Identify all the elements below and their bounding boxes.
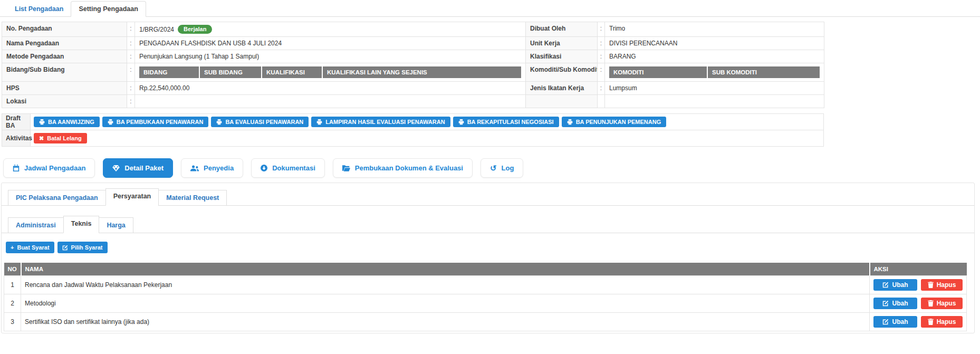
folder-open-icon	[342, 165, 350, 171]
edit-button[interactable]: Ubah	[873, 279, 917, 291]
draft-ba-button-label: BA AANWIJZING	[48, 119, 94, 125]
delete-button[interactable]: Hapus	[921, 316, 963, 328]
procurement-details-table: No. Pengadaan : 1/BRG/2024Berjalan Dibua…	[2, 22, 824, 108]
aktivitas-row: Aktivitas ✖ Batal Lelang	[2, 130, 823, 146]
dibuat-oleh-label: Dibuat Oleh	[526, 22, 598, 37]
batal-lelang-button[interactable]: ✖ Batal Lelang	[34, 133, 87, 143]
jadwal-pengadaan-button[interactable]: Jadwal Pengadaan	[3, 158, 95, 178]
dibuat-oleh-value: Trimo	[605, 22, 824, 37]
sub-tab-bar: Administrasi Teknis Harga	[2, 211, 974, 233]
hps-value: Rp.22,540,000.00	[135, 82, 526, 95]
col-header-aksi: AKSI	[870, 263, 967, 276]
no-pengadaan-label: No. Pengadaan	[2, 22, 127, 37]
draft-ba-print-button[interactable]: BA PEMBUKAAN PENAWARAN	[102, 117, 209, 127]
requirements-table-body: 1 Rencana dan Jadwal Waktu Pelaksanaan P…	[4, 276, 967, 331]
row-number: 1	[4, 276, 21, 294]
no-pengadaan-value: 1/BRG/2024	[139, 26, 174, 33]
klasifikasi-value: BARANG	[605, 50, 824, 63]
trash-icon	[928, 319, 934, 325]
draft-ba-row: Draft BA BA AANWIJZING BA PEMBUKAAN PENA…	[2, 114, 823, 130]
tab-harga[interactable]: Harga	[99, 217, 133, 233]
bidang-col-header: BIDANG	[139, 66, 199, 78]
trash-icon	[928, 282, 934, 288]
draft-ba-button-label: LAMPIRAN HASIL EVALUASI PENAWARAN	[325, 119, 445, 125]
table-row: 1 Rencana dan Jadwal Waktu Pelaksanaan P…	[4, 276, 967, 294]
edit-icon	[62, 245, 68, 251]
printer-icon	[458, 119, 464, 125]
aktivitas-label: Aktivitas	[2, 130, 31, 146]
detail-row: Metode Pengadaan : Penunjukan Langsung (…	[2, 50, 824, 63]
printer-icon	[108, 119, 113, 125]
delete-button[interactable]: Hapus	[921, 279, 963, 291]
draft-ba-label: Draft BA	[2, 114, 31, 130]
download-icon	[261, 165, 267, 171]
kualifikasi-col-header: KUALIFIKASI	[262, 66, 322, 78]
printer-icon	[316, 119, 322, 125]
bidang-header-table: BIDANG SUB BIDANG KUALIFIKASI KUALIFIKAS…	[139, 66, 521, 78]
detail-row: Bidang/Sub Bidang : BIDANG SUB BIDANG KU…	[2, 63, 824, 82]
table-row: 3 Sertifikat ISO dan sertifikat lainnya …	[4, 313, 967, 331]
lokasi-label: Lokasi	[2, 95, 127, 108]
tab-persyaratan[interactable]: Persyaratan	[105, 188, 159, 206]
draft-ba-print-button[interactable]: BA REKAPITULASI NEGOSIASI	[453, 117, 559, 127]
buat-syarat-button[interactable]: + Buat Syarat	[6, 242, 54, 253]
printer-icon	[567, 119, 573, 125]
klasifikasi-label: Klasifikasi	[526, 50, 598, 63]
draft-ba-print-button[interactable]: BA PENUNJUKAN PEMENANG	[562, 117, 667, 127]
tab-material-request[interactable]: Material Request	[158, 190, 227, 206]
delete-button[interactable]: Hapus	[921, 298, 963, 309]
row-name: Rencana dan Jadwal Waktu Pelaksanaan Pek…	[21, 276, 870, 294]
detail-row: Lokasi :	[2, 95, 824, 108]
pembukaan-dokumen-button[interactable]: Pembukaan Dokumen & Evaluasi	[333, 158, 473, 178]
row-name: Sertifikat ISO dan sertifikat lainnya (j…	[21, 313, 870, 331]
pilih-syarat-button[interactable]: Pilih Syarat	[57, 242, 108, 253]
requirements-table: NO NAMA AKSI 1 Rencana dan Jadwal Waktu …	[4, 263, 967, 331]
ikatan-kerja-value: Lumpsum	[605, 82, 824, 95]
nama-pengadaan-value: PENGADAAN FLASHDISK DAN USB 4 JULI 2024	[135, 37, 526, 50]
plus-icon: +	[11, 245, 14, 251]
row-name: Metodologi	[21, 294, 870, 313]
col-header-nama: NAMA	[21, 263, 870, 276]
detail-paket-button[interactable]: Detail Paket	[103, 158, 173, 178]
detail-row: Nama Pengadaan : PENGADAAN FLASHDISK DAN…	[2, 37, 824, 50]
log-button[interactable]: ↺ Log	[481, 158, 523, 178]
penyedia-button[interactable]: Penyedia	[181, 158, 243, 178]
edit-icon	[882, 319, 889, 325]
times-icon: ✖	[39, 136, 44, 141]
lokasi-value	[135, 95, 526, 108]
kualifikasi-lain-col-header: KUALIFIKASI LAIN YANG SEJENIS	[322, 66, 521, 78]
hps-label: HPS	[2, 82, 127, 95]
content-tab-bar: PIC Pelaksana Pengadaan Persyaratan Mate…	[2, 183, 974, 206]
row-number: 3	[4, 313, 21, 331]
nama-pengadaan-label: Nama Pengadaan	[2, 37, 127, 50]
draft-ba-button-label: BA PENUNJUKAN PEMENANG	[576, 119, 661, 125]
printer-icon	[39, 119, 45, 125]
printer-icon	[216, 119, 222, 125]
draft-ba-print-button[interactable]: LAMPIRAN HASIL EVALUASI PENAWARAN	[311, 117, 450, 127]
tab-pic-pelaksana[interactable]: PIC Pelaksana Pengadaan	[8, 190, 106, 206]
detail-row: HPS : Rp.22,540,000.00 Jenis Ikatan Kerj…	[2, 82, 824, 95]
komoditi-label: Komoditi/Sub Komoditi	[526, 63, 598, 82]
edit-button[interactable]: Ubah	[873, 298, 917, 309]
history-icon: ↺	[490, 165, 497, 171]
tab-administrasi[interactable]: Administrasi	[8, 217, 64, 233]
sub-bidang-col-header: SUB BIDANG	[199, 66, 262, 78]
edit-button[interactable]: Ubah	[873, 316, 917, 328]
status-badge: Berjalan	[178, 25, 212, 34]
tab-teknis[interactable]: Teknis	[63, 216, 100, 233]
section-nav: Jadwal Pengadaan Detail Paket Penyedia D…	[3, 158, 980, 178]
draft-ba-print-button[interactable]: BA AANWIJZING	[34, 117, 100, 127]
draft-ba-button-label: BA EVALUASI PENAWARAN	[225, 119, 303, 125]
users-icon	[190, 165, 199, 171]
komoditi-col-header: KOMODITI	[609, 66, 707, 78]
detail-row: No. Pengadaan : 1/BRG/2024Berjalan Dibua…	[2, 22, 824, 37]
metode-pengadaan-label: Metode Pengadaan	[2, 50, 127, 63]
tab-setting-pengadaan[interactable]: Setting Pengadaan	[71, 1, 146, 17]
unit-kerja-value: DIVISI PERENCANAAN	[605, 37, 824, 50]
gem-icon	[112, 165, 120, 171]
sub-komoditi-col-header: SUB KOMODITI	[707, 66, 820, 78]
dokumentasi-button[interactable]: Dokumentasi	[251, 158, 325, 178]
draft-ba-button-label: BA PEMBUKAAN PENAWARAN	[117, 119, 204, 125]
draft-ba-print-button[interactable]: BA EVALUASI PENAWARAN	[211, 117, 309, 127]
tab-list-pengadaan[interactable]: List Pengadaan	[7, 2, 71, 16]
